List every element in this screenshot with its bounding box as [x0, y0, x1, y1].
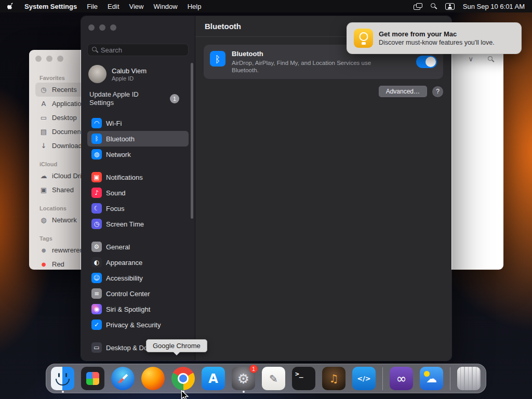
- notes-icon: ✎: [262, 367, 285, 390]
- clock-icon: ◷: [39, 86, 48, 94]
- dock-tooltip: Google Chrome: [146, 339, 207, 352]
- dock-weather[interactable]: ☁: [420, 367, 443, 390]
- accessibility-icon: ☺: [91, 273, 102, 283]
- menu-help[interactable]: Help: [188, 3, 202, 10]
- settings-sidebar: Calub Viem Apple ID Update Apple ID Sett…: [81, 16, 195, 361]
- sidebar-item-bluetooth[interactable]: ᛒ Bluetooth: [87, 131, 189, 147]
- hourglass-icon: ◷: [91, 219, 102, 229]
- notification-body: Discover must-know features you'll love.: [379, 39, 495, 46]
- update-apple-id-item[interactable]: Update Apple ID Settings 1: [87, 90, 189, 107]
- menu-bar: System Settings File Edit View Window He…: [0, 0, 532, 12]
- sidebar-item-label: Appearance: [106, 259, 142, 267]
- sidebar-item-focus[interactable]: ☾ Focus: [87, 201, 189, 216]
- document-icon: ▤: [39, 128, 48, 136]
- dock-safari[interactable]: [111, 367, 135, 390]
- sidebar-item-wifi[interactable]: ◠ Wi-Fi: [87, 115, 189, 131]
- sidebar-item-notifications[interactable]: ▣ Notifications: [87, 169, 189, 185]
- zoom-button[interactable]: [110, 24, 116, 31]
- dock-app-store[interactable]: A: [202, 367, 225, 390]
- dock-launchpad[interactable]: [81, 367, 104, 390]
- globe-icon: ◍: [91, 149, 102, 159]
- dock-garageband[interactable]: ♫: [322, 367, 345, 390]
- dock-system-settings[interactable]: 1 ⚙: [232, 367, 255, 390]
- menu-file[interactable]: File: [87, 3, 98, 10]
- minimize-button[interactable]: [46, 56, 52, 62]
- help-button[interactable]: ?: [432, 86, 443, 97]
- sidebar-item-accessibility[interactable]: ☺ Accessibility: [87, 270, 189, 286]
- menu-window[interactable]: Window: [153, 3, 177, 10]
- firefox-icon: [141, 367, 165, 390]
- sidebar-item-siri-spotlight[interactable]: ◉ Siri & Spotlight: [87, 301, 189, 317]
- dock-finder[interactable]: [51, 367, 74, 390]
- search-input[interactable]: [101, 46, 184, 54]
- bluetooth-icon: ᛒ: [210, 51, 225, 66]
- bluetooth-toggle[interactable]: [416, 56, 437, 68]
- dock-trash[interactable]: [457, 367, 481, 390]
- notifications-icon: ▣: [91, 172, 102, 182]
- windows-icon[interactable]: [414, 3, 422, 10]
- search-field[interactable]: [87, 44, 189, 56]
- red-tag-icon: ●: [39, 261, 48, 267]
- safari-icon: [111, 367, 135, 390]
- dock: A 1 ⚙ ✎ >_ ♫ </> ∞ ☁: [46, 364, 486, 393]
- sidebar-item-label: Network: [106, 151, 131, 158]
- toggle-knob: [425, 57, 436, 67]
- finder-icon: [51, 367, 74, 390]
- sidebar-item-label: Desktop: [52, 114, 77, 122]
- sidebar-item-sound[interactable]: ♪ Sound: [87, 185, 189, 201]
- cursor: [181, 390, 190, 399]
- minimize-button[interactable]: [99, 24, 105, 31]
- chevron-down-icon[interactable]: ∨: [468, 55, 473, 63]
- advanced-button[interactable]: Advanced…: [379, 86, 427, 97]
- gray-tag-icon: ●: [39, 247, 48, 253]
- sidebar-item-network[interactable]: ◍ Network: [87, 147, 189, 162]
- settings-traffic-lights: [87, 16, 189, 31]
- siri-icon: ◉: [91, 304, 102, 314]
- advanced-row: Advanced… ?: [204, 86, 443, 97]
- sidebar-item-screen-time[interactable]: ◷ Screen Time: [87, 216, 189, 232]
- sidebar-item-privacy-security[interactable]: ✓ Privacy & Security: [87, 317, 189, 332]
- dock-vscode[interactable]: </>: [352, 367, 376, 390]
- menu-view[interactable]: View: [129, 3, 144, 10]
- apple-menu[interactable]: [7, 2, 15, 10]
- sidebar-item-label: Bluetooth: [106, 135, 135, 143]
- sidebar-item-general[interactable]: ⚙ General: [87, 239, 189, 255]
- apple-id-profile[interactable]: Calub Viem Apple ID: [87, 65, 189, 83]
- app-menu[interactable]: System Settings: [24, 3, 77, 10]
- sound-icon: ♪: [91, 188, 102, 198]
- sidebar-item-label: Shared: [52, 186, 74, 194]
- profile-subtitle: Apple ID: [112, 75, 147, 82]
- control-center-icon: ≡: [91, 288, 102, 299]
- dock-notes[interactable]: ✎: [262, 367, 285, 390]
- sidebar-item-control-center[interactable]: ≡ Control Center: [87, 286, 189, 301]
- apple-logo-icon: [7, 2, 15, 10]
- spotlight-search-icon[interactable]: [431, 3, 437, 9]
- dock-visual-studio[interactable]: ∞: [390, 367, 413, 390]
- sidebar-scrollbar[interactable]: [191, 63, 193, 219]
- sidebar-item-appearance[interactable]: ◐ Appearance: [87, 255, 189, 270]
- gear-icon: ⚙: [91, 242, 102, 252]
- applications-icon: A: [39, 100, 48, 108]
- dock-firefox[interactable]: [141, 367, 165, 390]
- close-button[interactable]: [35, 56, 42, 62]
- close-button[interactable]: [88, 24, 95, 31]
- user-icon[interactable]: [445, 3, 455, 10]
- sidebar-item-label: Control Center: [106, 290, 150, 298]
- shared-folder-icon: ▣: [39, 186, 48, 194]
- dock-terminal[interactable]: >_: [292, 367, 315, 390]
- zoom-button[interactable]: [57, 56, 63, 62]
- dock-chrome[interactable]: [171, 367, 195, 390]
- sidebar-item-label: Focus: [106, 205, 124, 212]
- download-icon: ↓: [39, 142, 48, 150]
- trash-icon: [457, 367, 481, 390]
- notification-banner[interactable]: Get more from your Mac Discover must-kno…: [347, 22, 522, 54]
- update-label: Update Apple ID Settings: [89, 90, 157, 107]
- menu-edit[interactable]: Edit: [108, 3, 119, 10]
- vscode-icon: </>: [352, 367, 376, 390]
- launchpad-icon: [81, 367, 104, 390]
- dock-icon: ▭: [91, 342, 102, 353]
- menu-bar-clock[interactable]: Sun Sep 10 6:01 AM: [463, 3, 525, 10]
- search-icon[interactable]: [488, 56, 494, 62]
- settings-content: Bluetooth ᛒ Bluetooth AirDrop, AirPlay, …: [195, 16, 451, 361]
- cloud-icon: ☁: [39, 172, 48, 180]
